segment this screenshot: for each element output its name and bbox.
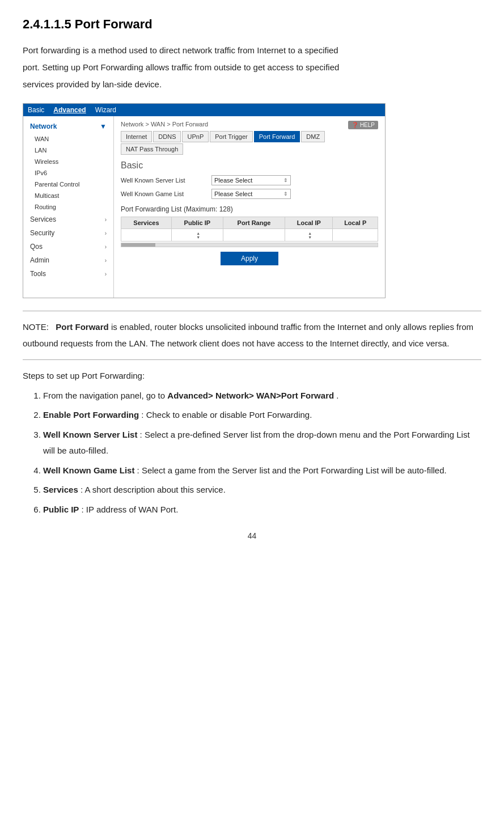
router-sidebar: Network ▼ WAN LAN Wireless IPv6 Parental… <box>23 116 114 298</box>
step-2-after: : Check to enable or disable Port Forwar… <box>141 410 312 420</box>
tab-nat-pass-through[interactable]: NAT Pass Through <box>121 143 183 155</box>
sidebar-item-parental-control[interactable]: Parental Control <box>23 179 113 190</box>
router-body: Network ▼ WAN LAN Wireless IPv6 Parental… <box>23 116 385 298</box>
help-button[interactable]: ❓ HELP <box>348 121 378 129</box>
step-3: Well Known Server List : Select a pre-de… <box>43 427 481 459</box>
router-main-content: Network > WAN > Port Forward ❓ HELP Inte… <box>114 116 385 298</box>
tab-ddns[interactable]: DDNS <box>153 131 181 142</box>
step-1-before: From the navigation panel, go to <box>43 391 167 400</box>
router-top-nav: Basic Advanced Wizard <box>23 104 385 116</box>
help-label: HELP <box>360 122 375 128</box>
chevron-right-icon-5: › <box>105 271 107 277</box>
well-known-game-value: Please Select <box>214 190 252 197</box>
step-5-bold: Services <box>43 485 78 494</box>
basic-section-title: Basic <box>121 160 378 171</box>
step-4: Well Known Game List : Select a game fro… <box>43 463 481 479</box>
help-icon: ❓ <box>351 122 358 128</box>
sidebar-item-services[interactable]: Services › <box>23 213 113 226</box>
intro-line-1: Port forwarding is a method used to dire… <box>23 42 481 59</box>
sidebar-item-admin[interactable]: Admin › <box>23 253 113 267</box>
cell-services[interactable] <box>121 229 172 242</box>
steps-list: From the navigation panel, go to Advance… <box>23 388 481 518</box>
sidebar-item-tools[interactable]: Tools › <box>23 267 113 281</box>
steps-section: Steps to set up Port Forwarding: From th… <box>23 368 481 518</box>
sidebar-item-qos[interactable]: Qos › <box>23 240 113 253</box>
step-1-after: . <box>336 391 338 400</box>
col-local-p: Local P <box>333 217 378 229</box>
cell-port-range[interactable] <box>223 229 285 242</box>
well-known-game-row: Well Known Game List Please Select ⇕ <box>121 189 378 199</box>
note-prefix: NOTE: <box>23 322 49 332</box>
tab-port-forward[interactable]: Port Forward <box>254 131 300 142</box>
router-ui-screenshot: Basic Advanced Wizard Network ▼ WAN LAN … <box>23 103 386 298</box>
col-port-range: Port Range <box>223 217 285 229</box>
step-4-after: : Select a game from the Server list and… <box>137 465 447 475</box>
tab-upnp[interactable]: UPnP <box>182 131 209 142</box>
pf-list-max: (Maximum: 128) <box>184 205 233 213</box>
sidebar-item-routing[interactable]: Routing <box>23 201 113 213</box>
table-row: ▲▼ ▲▼ <box>121 229 378 242</box>
chevron-right-icon-4: › <box>105 257 107 264</box>
step-5-after: : A short description about this service… <box>81 485 226 494</box>
cell-local-ip[interactable]: ▲▼ <box>285 229 333 242</box>
col-services: Services <box>121 217 172 229</box>
sidebar-item-wireless[interactable]: Wireless <box>23 156 113 167</box>
intro-line-2: port. Setting up Port Forwarding allows … <box>23 59 481 76</box>
pf-list-title: Port Forwarding List (Maximum: 128) <box>121 205 378 213</box>
sidebar-tools-label: Tools <box>30 270 46 278</box>
step-3-bold: Well Known Server List <box>43 430 137 439</box>
step-6: Public IP : IP address of WAN Port. <box>43 502 481 518</box>
chevron-right-icon-2: › <box>105 230 107 236</box>
scroll-thumb <box>121 243 155 247</box>
col-local-ip: Local IP <box>285 217 333 229</box>
cell-local-p[interactable] <box>333 229 378 242</box>
sidebar-security-label: Security <box>30 229 54 237</box>
select-arrow-icon-2: ⇕ <box>283 191 288 197</box>
tab-dmz[interactable]: DMZ <box>301 131 325 142</box>
sidebar-services-label: Services <box>30 215 56 223</box>
sidebar-item-security[interactable]: Security › <box>23 226 113 240</box>
tab-bar: Internet DDNS UPnP Port Trigger Port For… <box>121 131 378 155</box>
select-arrow-icon-1: ⇕ <box>283 177 288 183</box>
sidebar-item-ipv6[interactable]: IPv6 <box>23 167 113 179</box>
intro-text: Port forwarding is a method used to dire… <box>23 42 481 93</box>
page-number: 44 <box>23 531 481 540</box>
breadcrumb: Network > WAN > Port Forward <box>121 121 208 128</box>
step-5: Services : A short description about thi… <box>43 482 481 498</box>
step-4-bold: Well Known Game List <box>43 465 134 475</box>
tab-internet[interactable]: Internet <box>121 131 152 142</box>
steps-intro: Steps to set up Port Forwarding: <box>23 368 481 384</box>
intro-line-3: services provided by lan-side device. <box>23 76 481 93</box>
page-title: 2.4.1.1.5 Port Forward <box>23 17 481 32</box>
well-known-server-select[interactable]: Please Select ⇕ <box>211 175 291 185</box>
well-known-game-label: Well Known Game List <box>121 190 211 197</box>
well-known-server-row: Well Known Server List Please Select ⇕ <box>121 175 378 185</box>
sidebar-network-header[interactable]: Network ▼ <box>23 120 113 133</box>
apply-row: Apply <box>121 252 378 265</box>
step-6-bold: Public IP <box>43 505 79 514</box>
step-6-after: : IP address of WAN Port. <box>82 505 179 514</box>
cell-public-ip[interactable]: ▲▼ <box>171 229 223 242</box>
note-box: NOTE: Port Forward is enabled, router bl… <box>23 311 481 360</box>
chevron-right-icon: › <box>105 217 107 223</box>
step-1: From the navigation panel, go to Advance… <box>43 388 481 404</box>
sidebar-item-lan[interactable]: LAN <box>23 145 113 156</box>
horizontal-scrollbar[interactable] <box>121 243 378 247</box>
pf-table-wrapper: Services Public IP Port Range Local IP L… <box>121 217 378 247</box>
well-known-game-select[interactable]: Please Select ⇕ <box>211 189 291 199</box>
step-1-bold: Advanced> Network> WAN>Port Forward <box>167 391 334 400</box>
pf-list-title-main: Port Forwarding List <box>121 205 181 213</box>
sidebar-item-multicast[interactable]: Multicast <box>23 190 113 201</box>
apply-button[interactable]: Apply <box>221 252 278 265</box>
well-known-server-value: Please Select <box>214 177 252 184</box>
nav-wizard[interactable]: Wizard <box>95 106 116 114</box>
pf-table: Services Public IP Port Range Local IP L… <box>121 217 378 242</box>
sidebar-item-wan[interactable]: WAN <box>23 133 113 145</box>
col-public-ip: Public IP <box>171 217 223 229</box>
tab-port-trigger[interactable]: Port Trigger <box>210 131 252 142</box>
nav-basic[interactable]: Basic <box>28 106 44 114</box>
note-bold-term: Port Forward <box>56 322 108 332</box>
nav-advanced[interactable]: Advanced <box>53 106 86 114</box>
up-down-arrows-icon: ▲▼ <box>196 231 200 239</box>
sidebar-network-label: Network <box>30 122 57 130</box>
